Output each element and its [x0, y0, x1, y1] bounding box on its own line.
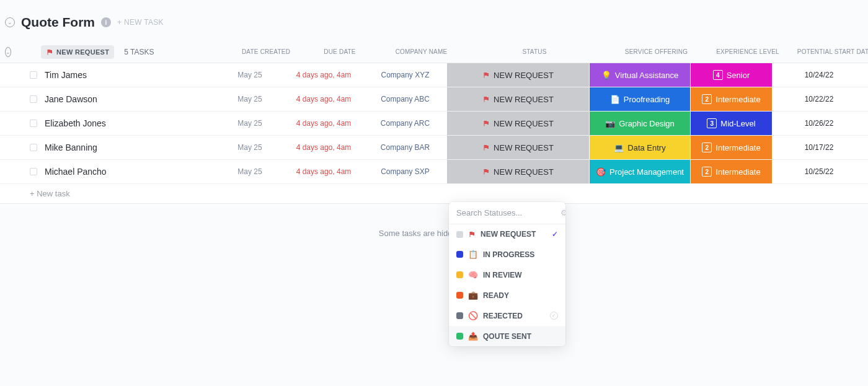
level-number: 3: [707, 118, 717, 128]
status-emoji-icon: 🚫: [468, 311, 478, 320]
level-label: Senior: [727, 71, 750, 80]
task-name[interactable]: Michael Pancho: [45, 167, 107, 177]
due-date[interactable]: 4 days ago, 4am: [296, 71, 352, 79]
level-cell[interactable]: 2Intermediate: [691, 136, 773, 159]
task-name[interactable]: Tim James: [45, 70, 87, 80]
level-cell[interactable]: 4Senior: [691, 63, 773, 87]
status-option-label: QOUTE SENT: [483, 332, 531, 341]
start-date: 10/25/22: [805, 167, 834, 176]
status-cell[interactable]: NEW REQUEST: [447, 63, 590, 87]
due-date[interactable]: 4 days ago, 4am: [296, 119, 352, 128]
status-cell[interactable]: NEW REQUEST: [447, 87, 590, 111]
due-date[interactable]: 4 days ago, 4am: [296, 143, 352, 152]
task-row[interactable]: Mike BanningMay 254 days ago, 4amCompany…: [0, 136, 868, 160]
status-cell[interactable]: NEW REQUEST: [447, 136, 590, 159]
level-cell[interactable]: 3Mid-Level: [691, 112, 773, 135]
date-created: May 25: [237, 167, 262, 176]
collapse-icon[interactable]: ⌄: [5, 17, 15, 27]
circle-check-icon: ✓: [550, 312, 558, 320]
level-cell[interactable]: 2Intermediate: [691, 160, 773, 183]
status-cell[interactable]: NEW REQUEST: [447, 160, 590, 183]
status-option-label: NEW REQUEST: [480, 230, 536, 239]
status-search-input[interactable]: [456, 208, 560, 217]
level-number: 2: [702, 143, 712, 152]
task-row[interactable]: Tim JamesMay 254 days ago, 4amCompany XY…: [0, 63, 868, 87]
task-checkbox[interactable]: [30, 71, 37, 79]
status-cell[interactable]: NEW REQUEST: [447, 112, 590, 135]
company-name: Company ARC: [381, 119, 430, 128]
task-row[interactable]: Jane DawsonMay 254 days ago, 4amCompany …: [0, 87, 868, 112]
status-option[interactable]: NEW REQUEST✓: [449, 224, 565, 244]
status-option[interactable]: 💼READY: [449, 285, 565, 305]
status-option[interactable]: 🧠IN REVIEW: [449, 265, 565, 285]
col-header-service[interactable]: SERVICE OFFERING: [606, 48, 707, 55]
gear-icon[interactable]: ⚙: [560, 208, 565, 217]
flag-icon: [468, 230, 476, 238]
service-icon: 📷: [605, 119, 615, 128]
status-search-row: ⚙: [449, 202, 565, 224]
service-cell[interactable]: 🎯Project Management: [590, 160, 691, 183]
check-icon: ✓: [552, 230, 558, 239]
service-cell[interactable]: 💻Data Entry: [590, 136, 691, 159]
level-label: Mid-Level: [720, 119, 755, 128]
level-label: Intermediate: [715, 143, 760, 152]
level-label: Intermediate: [715, 167, 760, 177]
status-popover: ⚙ NEW REQUEST✓📋IN PROGRESS🧠IN REVIEW💼REA…: [449, 202, 565, 346]
level-number: 2: [702, 94, 712, 104]
info-icon[interactable]: i: [101, 17, 111, 27]
level-cell[interactable]: 2Intermediate: [691, 87, 773, 111]
new-task-row[interactable]: + New task: [0, 184, 868, 204]
col-header-level[interactable]: EXPERIENCE LEVEL: [707, 48, 789, 55]
status-option[interactable]: 🚫REJECTED✓: [449, 305, 565, 326]
due-date[interactable]: 4 days ago, 4am: [296, 95, 352, 103]
service-cell[interactable]: 📄Proofreading: [590, 87, 691, 111]
date-created: May 25: [237, 95, 262, 103]
due-date[interactable]: 4 days ago, 4am: [296, 167, 352, 176]
service-label: Project Management: [609, 167, 684, 177]
start-date: 10/17/22: [805, 143, 834, 152]
status-color-dot: [456, 231, 463, 238]
status-color-dot: [456, 271, 463, 278]
service-cell[interactable]: 💡Virtual Assistance: [590, 63, 691, 87]
col-header-created[interactable]: DATE CREATED: [232, 48, 300, 55]
task-count: 5 TASKS: [124, 48, 154, 56]
task-checkbox[interactable]: [30, 144, 37, 151]
status-option-label: REJECTED: [483, 312, 523, 320]
status-label: NEW REQUEST: [494, 119, 554, 128]
status-label: NEW REQUEST: [494, 167, 554, 177]
task-checkbox[interactable]: [30, 120, 37, 127]
service-cell[interactable]: 📷Graphic Design: [590, 112, 691, 135]
task-checkbox[interactable]: [30, 168, 37, 175]
group-collapse-icon[interactable]: ⌄: [5, 47, 11, 57]
service-label: Virtual Assistance: [615, 71, 678, 80]
status-emoji-icon: 📤: [468, 331, 478, 341]
status-emoji-icon: 🧠: [468, 270, 478, 279]
task-checkbox[interactable]: [30, 95, 37, 103]
task-row[interactable]: Elizabeth JonesMay 254 days ago, 4amComp…: [0, 112, 868, 136]
task-name[interactable]: Mike Banning: [45, 143, 97, 152]
status-option[interactable]: 📤QOUTE SENT: [449, 326, 565, 346]
service-icon: 🎯: [596, 167, 606, 177]
status-option-label: READY: [483, 291, 509, 300]
task-name[interactable]: Elizabeth Jones: [45, 118, 106, 128]
col-header-company[interactable]: COMPANY NAME: [379, 48, 463, 55]
status-emoji-icon: 💼: [468, 291, 478, 300]
start-date: 10/22/22: [805, 95, 834, 103]
col-header-due[interactable]: DUE DATE: [300, 48, 379, 55]
col-header-start[interactable]: POTENTIAL START DATE: [789, 48, 868, 55]
level-number: 2: [702, 167, 712, 177]
service-icon: 💻: [614, 143, 624, 152]
status-option[interactable]: 📋IN PROGRESS: [449, 244, 565, 265]
col-header-status[interactable]: STATUS: [463, 48, 606, 55]
date-created: May 25: [237, 119, 262, 128]
company-name: Company SXP: [381, 167, 430, 176]
date-created: May 25: [237, 143, 262, 152]
group-badge-label: NEW REQUEST: [56, 48, 109, 56]
status-color-dot: [456, 333, 463, 340]
group-status-badge[interactable]: NEW REQUEST: [41, 45, 114, 59]
hidden-tasks-message: Some tasks are hidden. To sho: [0, 204, 868, 238]
task-row[interactable]: Michael PanchoMay 254 days ago, 4amCompa…: [0, 160, 868, 184]
task-name[interactable]: Jane Dawson: [45, 94, 97, 104]
flag-icon: [482, 95, 490, 103]
new-task-link[interactable]: + NEW TASK: [117, 18, 164, 27]
